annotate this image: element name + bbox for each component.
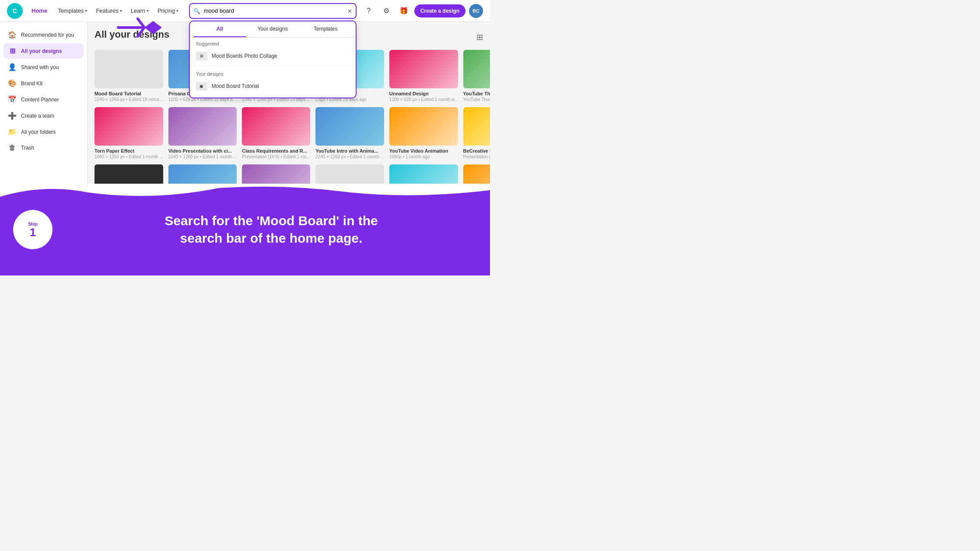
design-card-5[interactable]: YouTube Thumbnail YouTube Thumbnail • Ed… bbox=[463, 50, 490, 102]
search-tabs: All Your designs Templates bbox=[190, 21, 356, 38]
design-card-6[interactable]: Torn Paper Effect 1080 × 1350 px • Edite… bbox=[94, 107, 163, 159]
chevron-down-icon: ▾ bbox=[176, 8, 178, 13]
design-meta: 980 × 551 px • Edited 19 minut... bbox=[94, 97, 163, 102]
close-icon[interactable]: ✕ bbox=[347, 7, 352, 14]
design-name: YouTube Video Animation bbox=[389, 148, 458, 153]
grid-icon: ⊞ bbox=[8, 47, 17, 55]
design-name: YouTube Thumbnail bbox=[463, 91, 490, 96]
divider bbox=[190, 66, 356, 66]
design-card-0[interactable]: Mood Board Tutorial 980 × 551 px • Edi… bbox=[94, 50, 163, 102]
bottom-banner: Step 1 Search for the 'Mood Board' in th… bbox=[0, 184, 490, 276]
sidebar-item-all-designs[interactable]: ⊞ All your designs bbox=[4, 43, 84, 59]
sidebar-item-content-planner[interactable]: 📅 Content Planner bbox=[4, 92, 84, 107]
page-title: All your designs bbox=[94, 29, 169, 40]
search-wrapper: 🔍 ✕ All Your designs Templates Suggested… bbox=[189, 3, 357, 19]
design-thumb-icon: ▣ bbox=[196, 82, 207, 91]
search-input[interactable] bbox=[189, 3, 357, 19]
sidebar-item-trash[interactable]: 🗑 Trash bbox=[4, 140, 84, 155]
suggested-item-0[interactable]: ⊞ Mood Boards Photo Collage bbox=[190, 48, 356, 64]
design-thumbnail bbox=[389, 50, 458, 88]
design-meta: 980 × 551 px • Edited 1 month ... bbox=[168, 154, 237, 159]
design-thumbnail bbox=[94, 107, 163, 146]
your-designs-item-0[interactable]: ▣ Mood Board Tutorial bbox=[190, 78, 356, 94]
main-nav: Home Templates ▾ Features ▾ Learn ▾ Pric… bbox=[28, 6, 184, 16]
design-card-10[interactable]: YouTube Video Animation 1080p • 1 month … bbox=[389, 107, 458, 159]
chevron-down-icon: ▾ bbox=[147, 8, 149, 13]
design-card-4[interactable]: Unnamed Design 1200 × 628 px • Edited 1 … bbox=[389, 50, 458, 102]
design-name: Mood Board Tutorial bbox=[94, 91, 163, 96]
tab-templates[interactable]: Templates bbox=[299, 21, 352, 37]
suggested-label: Suggested bbox=[190, 38, 356, 48]
avatar[interactable]: BC bbox=[469, 4, 483, 18]
nav-features[interactable]: Features ▾ bbox=[92, 6, 125, 16]
chevron-down-icon: ▾ bbox=[120, 8, 122, 13]
sidebar-item-shared[interactable]: 👤 Shared with you bbox=[4, 59, 84, 75]
header: C Home Templates ▾ Features ▾ Learn ▾ Pr… bbox=[0, 0, 490, 22]
create-design-button[interactable]: Create a design bbox=[414, 4, 466, 17]
design-thumbnail bbox=[94, 50, 163, 88]
search-dropdown: All Your designs Templates Suggested ⊞ M… bbox=[189, 21, 357, 98]
design-name: Unnamed Design bbox=[389, 91, 458, 96]
help-icon[interactable]: ? bbox=[362, 4, 376, 18]
design-meta: 1080p • 1 month ago bbox=[389, 154, 458, 159]
plus-icon: ➕ bbox=[8, 112, 17, 120]
design-name: Video Presentatios with ci... bbox=[168, 148, 237, 153]
design-card-11[interactable]: BeCreative Presentation - ... Presentati… bbox=[463, 107, 490, 159]
design-meta: YouTube Thumbnail • Edited 1 m... bbox=[463, 97, 490, 102]
grid-icon: ⊞ bbox=[196, 52, 207, 60]
folder-icon: 📁 bbox=[8, 128, 17, 136]
settings-icon[interactable]: ⚙ bbox=[379, 4, 393, 18]
step-circle: Step 1 bbox=[13, 210, 52, 249]
design-meta: Presentation (16:9) • Edited 1 mo... bbox=[242, 154, 310, 159]
design-card-7[interactable]: Video Presentatios with ci... 2240 × 126… bbox=[168, 107, 237, 159]
banner-text: Search for the 'Mood Board' in the searc… bbox=[52, 212, 490, 248]
design-thumbnail bbox=[242, 107, 310, 146]
nav-home[interactable]: Home bbox=[28, 6, 51, 16]
sidebar-item-brand-kit[interactable]: 🎨 Brand Kit bbox=[4, 76, 84, 91]
nav-learn[interactable]: Learn ▾ bbox=[127, 6, 152, 16]
design-name: YouTube Intro with Anima... bbox=[315, 148, 384, 153]
design-thumbnail bbox=[168, 107, 237, 146]
nav-templates[interactable]: Templates ▾ bbox=[54, 6, 91, 16]
design-meta: 1080 × 1350 px • Edited 1 month ... bbox=[94, 154, 163, 159]
header-right: ? ⚙ 🎁 Create a design BC bbox=[362, 4, 483, 18]
design-meta: 1200 × 628 px • Edited 1 month a... bbox=[389, 97, 458, 102]
canva-logo[interactable]: C bbox=[7, 3, 23, 19]
calendar-icon: 📅 bbox=[8, 95, 17, 104]
nav-pricing[interactable]: Pricing ▾ bbox=[154, 6, 182, 16]
design-card-8[interactable]: Class Requirements and R... Presentation… bbox=[242, 107, 310, 159]
design-card-9[interactable]: YouTube Intro with Anima... 980 × 551 … bbox=[315, 107, 384, 159]
tab-all[interactable]: All bbox=[193, 21, 246, 37]
gift-icon[interactable]: 🎁 bbox=[397, 4, 411, 18]
sidebar-item-folders[interactable]: 📁 All your folders bbox=[4, 124, 84, 139]
design-thumbnail bbox=[463, 50, 490, 88]
person-icon: 👤 bbox=[8, 63, 17, 71]
step-number: 1 bbox=[30, 227, 36, 238]
your-designs-label: Your designs bbox=[190, 68, 356, 78]
design-name: Class Requirements and R... bbox=[242, 148, 310, 153]
sidebar-item-create-team[interactable]: ➕ Create a team bbox=[4, 108, 84, 123]
search-icon: 🔍 bbox=[193, 7, 200, 14]
design-meta: 980 × 551 px • Edited 1 month ... bbox=[315, 154, 384, 159]
palette-icon: 🎨 bbox=[8, 79, 17, 87]
tab-your-designs[interactable]: Your designs bbox=[246, 21, 299, 37]
home-icon: 🏠 bbox=[8, 31, 17, 39]
design-name: BeCreative Presentation - ... bbox=[463, 148, 490, 153]
chevron-down-icon: ▾ bbox=[85, 8, 87, 13]
design-thumbnail bbox=[389, 107, 458, 146]
design-thumbnail bbox=[463, 107, 490, 146]
design-name: Torn Paper Effect bbox=[94, 148, 163, 153]
design-meta: Presentation (16:9) • Edited 1 mo... bbox=[463, 154, 490, 159]
grid-view-icon[interactable]: ⊞ bbox=[476, 32, 483, 42]
design-thumbnail bbox=[315, 107, 384, 146]
trash-icon: 🗑 bbox=[8, 144, 17, 152]
sidebar-item-recommended[interactable]: 🏠 Recommended for you bbox=[4, 27, 84, 42]
